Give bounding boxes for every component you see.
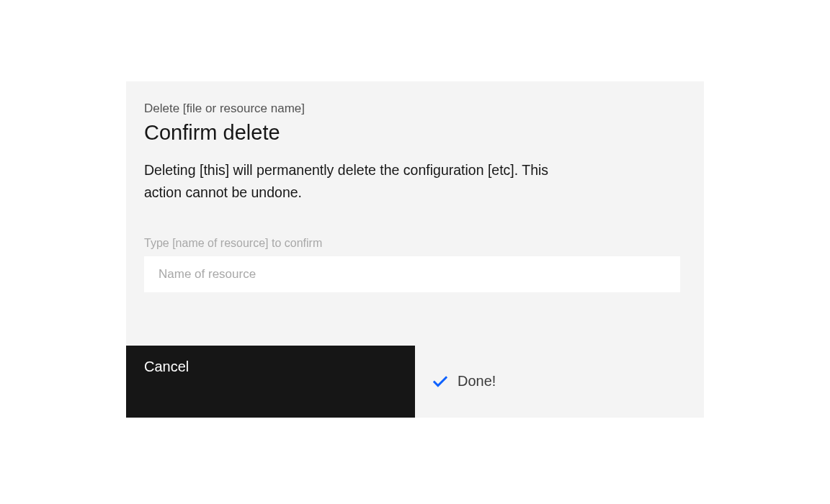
modal-description: Deleting [this] will permanently delete …	[144, 159, 562, 202]
modal-eyebrow: Delete [file or resource name]	[144, 100, 681, 118]
confirm-field-label: Type [name of resource] to confirm	[144, 237, 681, 250]
modal-footer: Cancel Done!	[126, 346, 704, 418]
confirm-resource-input[interactable]	[144, 256, 680, 292]
checkmark-icon	[433, 374, 447, 389]
done-status: Done!	[415, 346, 704, 418]
cancel-button[interactable]: Cancel	[126, 346, 415, 418]
done-label: Done!	[458, 373, 496, 390]
modal-title: Confirm delete	[144, 120, 681, 147]
confirm-delete-modal: Delete [file or resource name] Confirm d…	[126, 81, 704, 418]
